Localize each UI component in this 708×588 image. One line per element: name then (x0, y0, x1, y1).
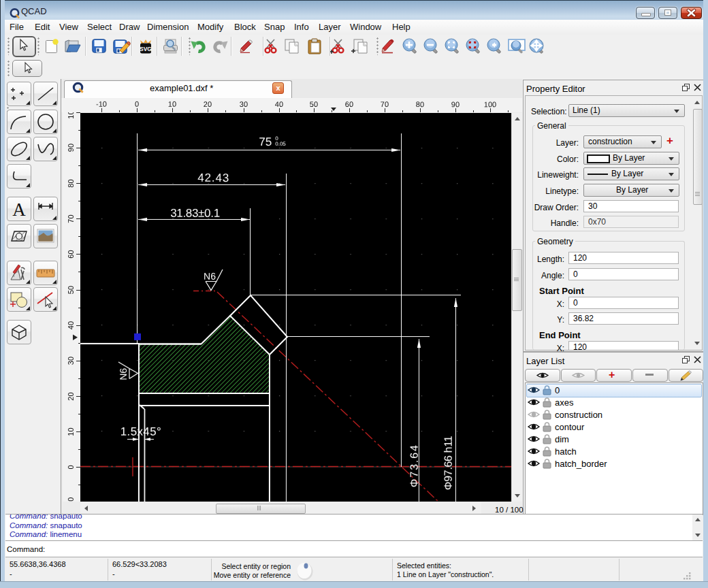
svg-text:1.5x45°: 1.5x45° (120, 425, 161, 438)
svg-text:60: 60 (345, 100, 353, 108)
svg-text:30: 30 (67, 357, 75, 365)
svg-text:90: 90 (451, 100, 460, 108)
svg-text:100: 100 (67, 112, 75, 119)
svg-text:100: 100 (484, 100, 496, 108)
svg-text:60: 60 (67, 250, 75, 258)
svg-text:N6: N6 (118, 368, 129, 380)
svg-text:70: 70 (67, 214, 75, 223)
svg-text:20: 20 (204, 100, 212, 108)
svg-text:40: 40 (275, 100, 283, 108)
svg-text:0: 0 (67, 465, 75, 469)
svg-text:90: 90 (67, 144, 75, 152)
svg-text:0.05: 0.05 (275, 141, 286, 147)
svg-text:42.43: 42.43 (197, 172, 229, 184)
svg-text:70: 70 (381, 100, 389, 108)
svg-text:80: 80 (67, 179, 75, 187)
svg-text:A: A (12, 199, 26, 220)
svg-text:Φ73.64: Φ73.64 (408, 445, 420, 487)
svg-text:50: 50 (310, 100, 318, 108)
svg-text:10: 10 (67, 427, 75, 436)
svg-text:SVG: SVG (140, 46, 152, 52)
svg-text:31.83±0.1: 31.83±0.1 (170, 207, 220, 220)
svg-text:50: 50 (67, 286, 75, 294)
svg-text:20: 20 (67, 392, 75, 400)
svg-text:0: 0 (135, 100, 139, 108)
svg-text:40: 40 (67, 321, 75, 329)
svg-text:75: 75 (259, 135, 272, 148)
svg-text:N6: N6 (204, 271, 216, 282)
svg-text:-10: -10 (96, 100, 107, 108)
svg-text:10: 10 (168, 100, 176, 108)
svg-text:80: 80 (416, 100, 424, 108)
svg-text:-10: -10 (67, 497, 75, 502)
svg-text:Φ97.66 h11: Φ97.66 h11 (442, 436, 454, 490)
svg-text:30: 30 (240, 100, 248, 108)
